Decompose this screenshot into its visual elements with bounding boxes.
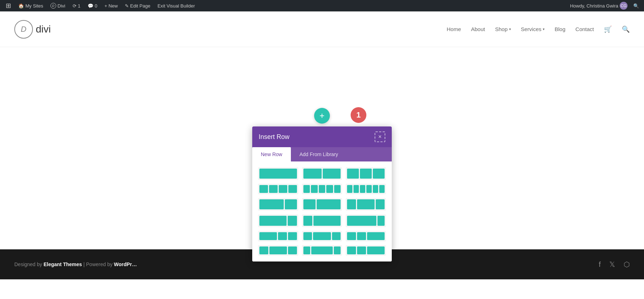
col: [332, 232, 341, 240]
facebook-icon[interactable]: f: [599, 260, 601, 269]
layout-extra-2-preview: [302, 245, 342, 256]
nav-search-icon[interactable]: 🔍: [622, 25, 630, 33]
col: [313, 232, 331, 240]
layout-2-1-col[interactable]: [258, 198, 298, 211]
edit-page-link[interactable]: ✎ Edit Page: [122, 0, 153, 11]
footer-text-before: Designed by: [14, 261, 44, 267]
site-header: D divi Home About Shop ▾ Services ▾ Blog…: [0, 11, 644, 47]
col: [303, 169, 322, 179]
col-wide: [313, 216, 341, 226]
nav-services-label: Services: [521, 26, 542, 32]
col: [373, 169, 385, 179]
layout-6col-equal[interactable]: [346, 184, 386, 194]
close-icon: ×: [378, 134, 381, 140]
layout-extra-3-preview: [346, 245, 386, 256]
nav-blog[interactable]: Blog: [555, 26, 565, 32]
nav-home-label: Home: [447, 26, 461, 32]
new-content-link[interactable]: + New: [102, 0, 121, 11]
col: [259, 232, 277, 240]
admin-bar: ⊞ 🏠 My Sites D Divi ⟳ 1 💬 0 + New ✎ Edit…: [0, 0, 644, 11]
layout-1-3-preview: [302, 214, 342, 227]
col: [311, 185, 318, 193]
col: [347, 232, 356, 240]
col: [259, 246, 268, 254]
layout-3-1-col[interactable]: [258, 214, 298, 227]
my-sites-link[interactable]: 🏠 My Sites: [15, 0, 46, 11]
twitter-icon[interactable]: 𝕏: [609, 260, 615, 269]
nav-blog-label: Blog: [555, 26, 565, 32]
house-icon: 🏠: [18, 3, 24, 9]
col-narrow: [288, 216, 297, 226]
divi-link[interactable]: D Divi: [48, 0, 68, 11]
col: [288, 185, 297, 193]
layout-3col-equal[interactable]: [346, 167, 386, 180]
footer-credit: Designed by Elegant Themes | Powered by …: [14, 261, 137, 267]
tab-add-from-library-label: Add From Library: [299, 151, 338, 157]
col: [269, 246, 287, 254]
wordpress-link[interactable]: WordPr…: [114, 261, 137, 267]
tab-add-from-library[interactable]: Add From Library: [291, 147, 347, 161]
floating-add-button[interactable]: +: [314, 108, 330, 124]
col: [334, 185, 341, 193]
col: [319, 185, 326, 193]
layout-1-2-1-col[interactable]: [346, 198, 386, 211]
wp-icon-link[interactable]: ⊞: [3, 0, 14, 11]
col: [279, 185, 287, 193]
tab-new-row[interactable]: New Row: [252, 147, 291, 161]
updates-count: 1: [78, 3, 80, 9]
layout-1-1-2-col[interactable]: [346, 231, 386, 241]
layout-4col-equal[interactable]: [258, 184, 298, 194]
comments-count: 0: [95, 3, 97, 9]
col-wide: [317, 199, 341, 209]
layout-2col-equal[interactable]: [302, 167, 342, 180]
layout-5col-equal[interactable]: [302, 184, 342, 194]
layout-1-3-col[interactable]: [302, 214, 342, 227]
layout-extra-1-preview: [258, 245, 298, 256]
nav-services[interactable]: Services ▾: [521, 26, 545, 32]
layout-extra-3[interactable]: [346, 245, 386, 256]
cart-icon[interactable]: 🛒: [604, 25, 612, 33]
avatar: CG: [620, 2, 628, 10]
updates-link[interactable]: ⟳ 1: [70, 0, 83, 11]
logo-text: divi: [36, 24, 51, 35]
layout-4-1-col[interactable]: [346, 214, 386, 227]
col-wide: [259, 199, 284, 209]
layout-2-1-1-col[interactable]: [258, 231, 298, 241]
comments-link[interactable]: 💬 0: [85, 0, 100, 11]
col: [373, 185, 378, 193]
col-narrow: [285, 199, 297, 209]
layout-1col-preview: [258, 167, 298, 180]
layout-extra-1[interactable]: [258, 245, 298, 256]
layout-1col[interactable]: [258, 167, 298, 180]
layout-3col-preview: [346, 167, 386, 180]
new-label: + New: [104, 3, 118, 9]
modal-close-button[interactable]: ×: [375, 131, 385, 142]
col: [311, 246, 332, 254]
admin-search-link[interactable]: 🔍: [631, 3, 641, 9]
site-logo[interactable]: D divi: [14, 20, 51, 39]
col: [326, 185, 333, 193]
col: [347, 185, 352, 193]
layout-4-1-preview: [346, 214, 386, 227]
layout-1-2-1-1-col[interactable]: [302, 231, 342, 241]
nav-home[interactable]: Home: [447, 26, 461, 32]
main-content: + 1 Insert Row × New Row Add From Librar…: [0, 47, 644, 279]
col: [366, 185, 372, 193]
col: [379, 185, 385, 193]
layout-extra-2[interactable]: [302, 245, 342, 256]
nav-shop[interactable]: Shop ▾: [495, 26, 511, 32]
nav-about[interactable]: About: [471, 26, 485, 32]
layout-2col-preview: [302, 167, 342, 180]
col: [303, 185, 310, 193]
instagram-icon[interactable]: ⬡: [624, 260, 630, 269]
howdy-text: Howdy, Christina Gwira: [570, 3, 618, 9]
howdy-link[interactable]: Howdy, Christina Gwira CG: [568, 2, 630, 10]
col-narrow: [377, 216, 385, 226]
col: [334, 246, 341, 254]
layout-1-2-col[interactable]: [302, 198, 342, 211]
col: [259, 169, 297, 179]
nav-contact[interactable]: Contact: [575, 26, 594, 32]
layout-2-1-preview: [258, 198, 298, 211]
elegant-themes-link[interactable]: Elegant Themes: [44, 261, 82, 267]
exit-vb-link[interactable]: Exit Visual Builder: [155, 0, 198, 11]
